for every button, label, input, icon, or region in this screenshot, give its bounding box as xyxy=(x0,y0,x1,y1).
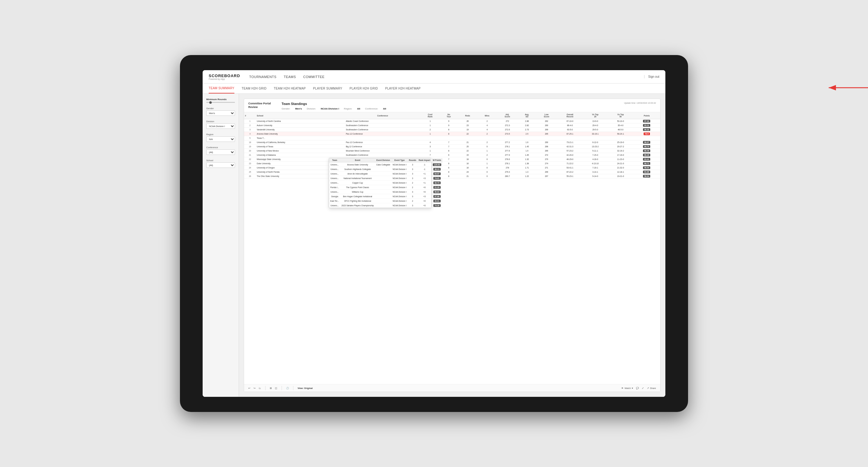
popup-cell: +0 xyxy=(417,203,432,208)
nav-committee[interactable]: COMMITTEE xyxy=(303,74,325,80)
share-btn[interactable]: ↗ Share xyxy=(647,387,656,390)
popup-cell: Univers... xyxy=(329,190,340,194)
table-cell: 7-15-0 xyxy=(583,153,608,157)
region-select[interactable]: N/A xyxy=(206,136,235,142)
redo-btn[interactable]: ↪ xyxy=(253,387,255,390)
table-cell: 8 xyxy=(440,132,458,136)
tab-team-h2h-grid[interactable]: TEAM H2H GRID xyxy=(242,84,267,93)
popup-cell: Southern Highlands Collegiate xyxy=(340,167,375,172)
popup-cell xyxy=(375,194,391,199)
table-cell: 29-4-0 xyxy=(583,123,608,128)
table-cell: 93.31 xyxy=(633,123,660,128)
sidebar: Minimum Rounds Gender Men's Division xyxy=(203,94,239,397)
popup-cell: 21.29 xyxy=(432,185,442,190)
popup-cell: 2023 Sahalee Players Championship xyxy=(340,203,375,208)
report-area: Committee Portal Review Team Standings G… xyxy=(239,94,665,397)
popup-cell: NCAA Division I xyxy=(391,172,408,176)
popup-row: Univers...Southern Highlands CollegiateN… xyxy=(329,167,442,172)
popup-cell: 2 xyxy=(408,181,417,185)
table-cell: 22 xyxy=(244,157,256,161)
table-cell xyxy=(518,136,536,141)
sidebar-gender-label: Gender xyxy=(206,107,235,110)
watch-btn[interactable]: 👁 Watch ▾ xyxy=(621,387,633,390)
gender-select[interactable]: Men's xyxy=(206,111,235,116)
table-cell: University of Texas xyxy=(256,145,345,149)
th-adj-score: Adj.Score xyxy=(497,112,518,119)
popup-cell: -1 xyxy=(417,162,432,167)
sign-out[interactable]: Sign out xyxy=(644,75,659,78)
tab-team-h2h-heatmap[interactable]: TEAM H2H HEATMAP xyxy=(274,84,306,93)
popup-cell: NCAA Division I xyxy=(391,185,408,190)
table-cell: Pac-12 Conference xyxy=(345,132,420,136)
table-container[interactable]: # School Conference ConfRank NoTour Rnds… xyxy=(244,112,660,384)
clock-btn[interactable]: 🕐 xyxy=(286,387,289,390)
top-nav: SCOREBOARD Powered by clipp TOURNAMENTS … xyxy=(203,70,665,84)
table-cell: 7 xyxy=(440,145,458,149)
popup-cell: East Ter... xyxy=(329,199,340,203)
table-cell: 272.3 xyxy=(497,123,518,128)
table-row: 20University of New MexicoMountain West … xyxy=(244,149,660,153)
table-cell: 278 xyxy=(497,166,518,170)
tab-player-summary[interactable]: PLAYER SUMMARY xyxy=(313,84,342,93)
paste-btn[interactable]: ◫ xyxy=(275,387,277,390)
sidebar-school: School (All) xyxy=(206,159,235,168)
popup-cell: NCAA Division I xyxy=(391,162,408,167)
rounds-slider[interactable] xyxy=(206,102,235,103)
table-cell: 279.3 xyxy=(497,170,518,174)
popup-cell: 3 xyxy=(408,176,417,181)
copy-btn[interactable]: ⊞ xyxy=(270,387,272,390)
sidebar-conference: Conference (All) xyxy=(206,146,235,155)
table-cell xyxy=(458,136,477,141)
popup-cell: 119.63 xyxy=(432,162,442,167)
conference-select[interactable]: (All) xyxy=(206,149,235,155)
nav-items: TOURNAMENTS TEAMS COMMITTEE xyxy=(249,74,644,80)
undo-btn[interactable]: ↩ xyxy=(248,387,250,390)
table-cell: 1.45 xyxy=(518,153,536,157)
table-cell: 8 xyxy=(440,128,458,132)
table-cell: 29-5-0 xyxy=(583,128,608,132)
table-cell: 12-18-1 xyxy=(608,170,633,174)
popup-cell: NCAA Division I xyxy=(391,203,408,208)
table-cell: 1 xyxy=(421,149,440,153)
expand-btn[interactable]: ⤢ xyxy=(642,387,644,390)
standings-section: Team Standings Gender: Men's Division: N… xyxy=(282,102,618,110)
table-cell: 1.45 xyxy=(518,145,536,149)
sep3 xyxy=(293,386,293,390)
table-cell: University of North Carolina xyxy=(256,119,345,123)
filter-row: Gender: Men's Division: NCAA Division I … xyxy=(282,107,618,110)
nav-teams[interactable]: TEAMS xyxy=(284,74,296,80)
popup-row: Univers...Williams CupNCAA Division I3+0… xyxy=(329,190,442,194)
th-tours: NoTour xyxy=(440,112,458,119)
popup-cell: 3 xyxy=(408,172,417,176)
popup-cell: The Cypress Point Classic xyxy=(340,185,375,190)
tab-player-h2h-grid[interactable]: PLAYER H2H GRID xyxy=(350,84,378,93)
filter-region-label: Region: xyxy=(344,107,352,110)
logo-text: SCOREBOARD xyxy=(209,73,240,78)
table-cell: University of New Mexico xyxy=(256,149,345,153)
table-cell: 24-21-0 xyxy=(608,161,633,166)
table-cell: 1.3 xyxy=(518,170,536,174)
comment-btn[interactable]: 💬 xyxy=(636,387,639,390)
popup-cell: Ben Hogan Collegiate Invitational xyxy=(340,194,375,199)
popup-th-points: W Points xyxy=(432,158,442,162)
table-row: 25University of North FloridaASUN Confer… xyxy=(244,170,660,174)
table-cell: 8 xyxy=(440,170,458,174)
table-cell xyxy=(477,136,497,141)
table-cell: 18 xyxy=(458,157,477,161)
popup-row: East Ter...OFCC Fighting Illini Invitati… xyxy=(329,199,442,203)
division-select[interactable]: NCAA Division I xyxy=(206,123,235,129)
nav-tournaments[interactable]: TOURNAMENTS xyxy=(249,74,276,80)
table-cell: 71-22-2 xyxy=(557,161,583,166)
popup-cell: 3 xyxy=(408,167,417,172)
popup-cell: +1 xyxy=(417,172,432,176)
school-select[interactable]: (All) xyxy=(206,162,235,168)
popup-cell xyxy=(375,203,391,208)
reset-btn[interactable]: ⭮ xyxy=(258,387,261,390)
table-cell: 272.6 xyxy=(497,128,518,132)
view-btn[interactable]: View: Original xyxy=(298,387,313,390)
tab-team-summary[interactable]: TEAM SUMMARY xyxy=(209,84,235,93)
share-label: Share xyxy=(650,387,656,390)
tab-player-h2h-heatmap[interactable]: PLAYER H2H HEATMAP xyxy=(385,84,421,93)
table-row: 26The Ohio State UniversityBig Ten Confe… xyxy=(244,174,660,179)
popup-cell: 84.97 xyxy=(432,172,442,176)
